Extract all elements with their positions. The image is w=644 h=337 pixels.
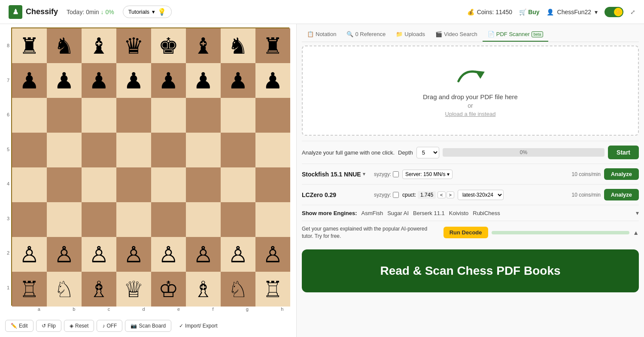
tab-reference[interactable]: 🔍 0 Reference [341,27,391,42]
board-cell[interactable] [151,98,186,133]
board-cell[interactable]: ♙ [186,237,221,272]
board-cell[interactable]: ♖ [12,272,47,307]
board-cell[interactable] [116,202,151,237]
stockfish-analyze-button[interactable]: Analyze [604,168,639,180]
pdf-drop-zone[interactable]: Drag and drop your PDF file here or Uplo… [302,46,639,136]
board-cell[interactable] [47,98,82,133]
expand-engines-icon[interactable]: ▾ [636,209,639,216]
engine-chip-berserk[interactable]: Berserk 11.1 [413,210,445,216]
board-cell[interactable] [116,167,151,202]
lczero-syzygy-checkbox[interactable] [393,192,399,198]
board-cell[interactable] [12,98,47,133]
board-cell[interactable]: ♟ [82,63,116,98]
board-cell[interactable] [186,202,221,237]
board-cell[interactable] [82,98,116,133]
board-cell[interactable] [221,133,255,167]
board-cell[interactable]: ♚ [151,28,186,63]
cpuct-decrease[interactable]: < [437,191,445,198]
board-cell[interactable] [12,167,47,202]
engine-chip-rubichess[interactable]: RubiChess [473,210,500,216]
board-cell[interactable] [186,133,221,167]
board-cell[interactable] [255,202,290,237]
board-cell[interactable]: ♙ [151,237,186,272]
board-cell[interactable] [47,202,82,237]
board-cell[interactable] [255,167,290,202]
board-cell[interactable]: ♙ [82,237,116,272]
scan-board-button[interactable]: 📷 Scan Board [125,320,171,332]
board-cell[interactable] [12,202,47,237]
board-cell[interactable]: ♜ [255,28,290,63]
board-cell[interactable] [151,133,186,167]
board-cell[interactable]: ♘ [47,272,82,307]
tab-video-search[interactable]: 🎬 Video Search [430,27,483,42]
flip-button[interactable]: ↺ Flip [36,320,61,332]
board-cell[interactable] [221,167,255,202]
board-cell[interactable] [116,98,151,133]
board-cell[interactable]: ♗ [186,272,221,307]
board-cell[interactable]: ♙ [116,237,151,272]
board-cell[interactable]: ♙ [255,237,290,272]
tutorials-button[interactable]: Tutorials ▾ 💡 [123,6,172,18]
board-cell[interactable] [221,202,255,237]
board-cell[interactable]: ♗ [82,272,116,307]
board-cell[interactable]: ♝ [82,28,116,63]
board-cell[interactable]: ♟ [12,63,47,98]
board-cell[interactable] [82,202,116,237]
start-button[interactable]: Start [608,146,639,159]
board-cell[interactable] [47,167,82,202]
board-cell[interactable] [221,98,255,133]
board-cell[interactable] [12,133,47,167]
import-export-button[interactable]: ✓ Import/ Export [174,320,222,331]
board-cell[interactable] [116,133,151,167]
engine-chip-asmfish[interactable]: AsmFish [361,210,383,216]
board-cell[interactable] [151,167,186,202]
sound-button[interactable]: ♪ OFF [97,320,122,332]
big-cta-button[interactable]: Read & Scan Chess PDF Books [302,249,639,292]
cpuct-increase[interactable]: > [447,191,454,198]
tab-pdf-scanner[interactable]: 📄 PDF Scanner beta [483,27,549,42]
engine-chip-koivisto[interactable]: Koivisto [449,210,469,216]
board-cell[interactable] [82,167,116,202]
lczero-version-select[interactable]: latest-320x24 [458,190,504,200]
board-cell[interactable]: ♖ [255,272,290,307]
board-cell[interactable]: ♙ [221,237,255,272]
upload-link[interactable]: Upload a file instead [445,111,496,117]
board-cell[interactable]: ♜ [12,28,47,63]
buy-button[interactable]: 🛒 Buy [519,9,539,15]
board-cell[interactable]: ♟ [186,63,221,98]
stockfish-dropdown-icon[interactable]: ▾ [363,171,365,177]
logo[interactable]: ♟ Chessify [9,5,58,19]
board-cell[interactable]: ♟ [255,63,290,98]
user-area[interactable]: 👤 ChessFun22 ▾ [547,9,598,15]
board-cell[interactable] [255,98,290,133]
collapse-icon[interactable]: ▲ [633,229,639,236]
board-cell[interactable]: ♞ [221,28,255,63]
tab-notation[interactable]: 📋 Notation [302,27,341,42]
board-cell[interactable] [186,167,221,202]
board-cell[interactable]: ♟ [116,63,151,98]
theme-toggle[interactable]: ☀️ [605,7,623,17]
board-cell[interactable]: ♞ [47,28,82,63]
board-cell[interactable]: ♙ [12,237,47,272]
board-cell[interactable]: ♙ [47,237,82,272]
reset-button[interactable]: ◈ Reset [64,320,94,332]
board-cell[interactable] [47,133,82,167]
stockfish-syzygy-checkbox[interactable] [393,171,399,177]
run-decode-button[interactable]: Run Decode [444,227,488,238]
board-cell[interactable]: ♘ [221,272,255,307]
board-cell[interactable] [151,202,186,237]
board-cell[interactable] [255,133,290,167]
board-cell[interactable]: ♝ [186,28,221,63]
stockfish-server-select[interactable]: Server: 150 MN/s ▾ [402,170,453,179]
board-cell[interactable] [82,133,116,167]
edit-button[interactable]: ✏️ Edit [5,320,33,332]
expand-icon[interactable]: ⤢ [630,9,635,15]
board-cell[interactable]: ♟ [221,63,255,98]
engine-chip-sugarai[interactable]: Sugar AI [387,210,409,216]
board-cell[interactable]: ♛ [116,28,151,63]
tab-uploads[interactable]: 📁 Uploads [391,27,430,42]
board-cell[interactable]: ♕ [116,272,151,307]
board-cell[interactable]: ♟ [47,63,82,98]
board-cell[interactable]: ♔ [151,272,186,307]
depth-selector[interactable]: 5101520 [416,147,439,158]
